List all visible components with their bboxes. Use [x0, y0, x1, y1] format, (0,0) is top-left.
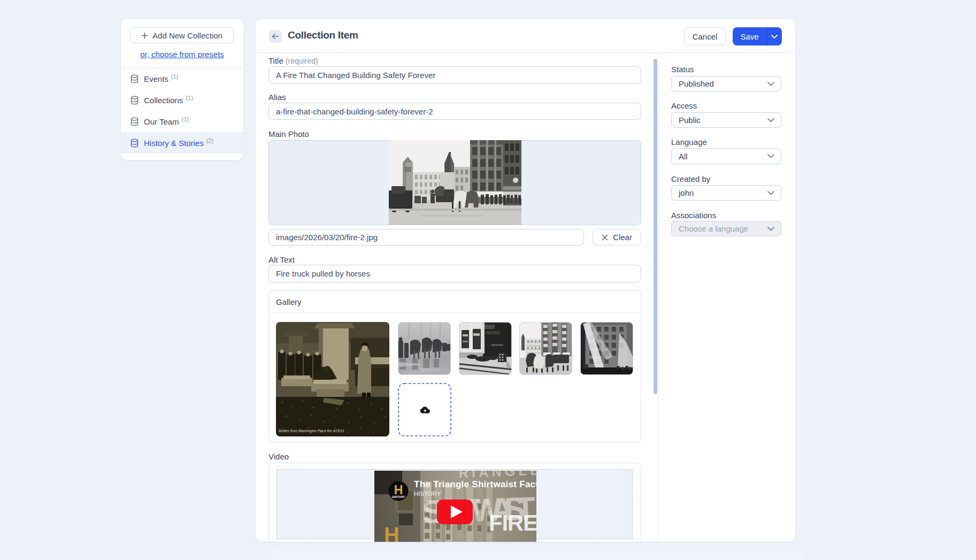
svg-text:HISTORY: HISTORY	[392, 495, 405, 498]
svg-text:The Triangle Shirtwaist Fact: The Triangle Shirtwaist Fact	[414, 479, 536, 489]
svg-text:FIRE: FIRE	[489, 510, 536, 535]
svg-text:HISTORY: HISTORY	[414, 490, 441, 497]
svg-text:Bodies from Washington Plac: Bodies from Washington Place fire 4/25/1…	[279, 429, 344, 433]
svg-text:H: H	[384, 523, 399, 542]
